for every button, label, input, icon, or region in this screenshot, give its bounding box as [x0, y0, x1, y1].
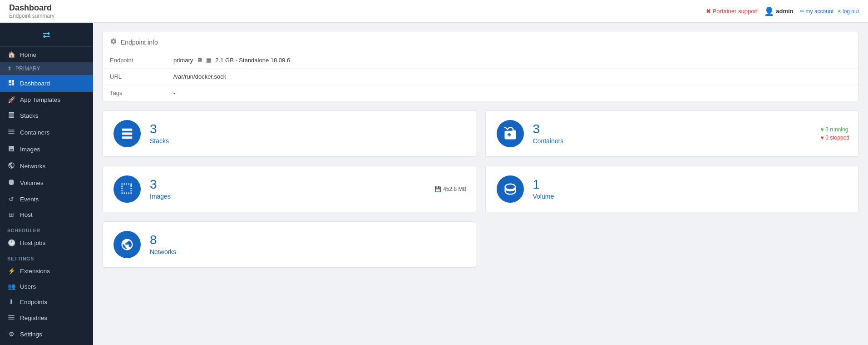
endpoint-info-header: Endpoint info [103, 32, 858, 52]
volumes-count: 1 [533, 178, 554, 191]
sidebar-item-containers[interactable]: Containers [0, 124, 93, 141]
extensions-icon: ⚡ [7, 267, 15, 275]
dashboard-icon [7, 79, 15, 88]
stacks-icon [7, 111, 15, 120]
log-out-link[interactable]: ⎋ log out [838, 8, 859, 15]
stacks-stat-card[interactable]: 3 Stacks [102, 110, 476, 157]
my-account-link[interactable]: ✏ my account [800, 8, 833, 15]
endpoint-value: primary 🖥 ▦ 2.1 GB - Standalone 18.09.6 [173, 57, 851, 64]
sidebar: ⇄ 🏠 Home ⬆ PRIMARY Dashboard 🚀 App Tem [0, 23, 93, 345]
users-icon: 👥 [7, 283, 15, 290]
log-out-icon: ⎋ [838, 8, 841, 15]
networks-icon [7, 162, 15, 170]
admin-links: ✏ my account ⎋ log out [800, 8, 859, 15]
sidebar-item-host[interactable]: ⊞ Host [0, 207, 93, 222]
sidebar-item-settings[interactable]: ⚙ Settings [0, 326, 93, 342]
volumes-label: Volume [533, 193, 554, 200]
images-stat-card[interactable]: 3 Images 💾 452.8 MB [102, 166, 476, 212]
networks-stat-card[interactable]: 8 Networks [102, 221, 476, 268]
heart-red-icon: ♥ [820, 135, 824, 141]
page-title-block: Dashboard Endpoint summary [9, 3, 54, 19]
header-right: ✖ Portainer support 👤 admin ✏ my account… [706, 6, 859, 16]
images-size-badge: 💾 452.8 MB [434, 186, 466, 192]
sidebar-item-home[interactable]: 🏠 Home [0, 47, 93, 62]
registries-icon [7, 314, 15, 322]
stacks-count: 3 [150, 123, 169, 135]
endpoint-row: Endpoint primary 🖥 ▦ 2.1 GB - Standalone… [103, 52, 858, 69]
containers-label: Containers [533, 137, 564, 145]
containers-stat-info: 3 Containers [533, 123, 564, 145]
stats-right: 3 Containers ♥ 3 running ♥ 0 stopped [485, 110, 859, 268]
images-count: 3 [150, 178, 171, 191]
server-icon: 🖥 [197, 57, 202, 64]
sidebar-item-host-jobs[interactable]: 🕐 Host jobs [0, 235, 93, 250]
sidebar-item-users[interactable]: 👥 Users [0, 279, 93, 294]
networks-stat-info: 8 Networks [150, 234, 176, 255]
volumes-icon [7, 179, 15, 187]
sidebar-item-dashboard[interactable]: Dashboard [0, 75, 93, 92]
sidebar-item-volumes[interactable]: Volumes [0, 175, 93, 191]
app-templates-icon: 🚀 [7, 96, 15, 103]
main-content: Endpoint info Endpoint primary 🖥 ▦ 2.1 G… [93, 23, 868, 345]
sidebar-item-extensions[interactable]: ⚡ Extensions [0, 263, 93, 279]
endpoint-badge: ⬆ PRIMARY [0, 62, 93, 75]
stats-left: 3 Stacks 3 Images 💾 452.8 MB [102, 110, 476, 268]
logo-icon: ⇄ [43, 29, 50, 40]
host-icon: ⊞ [7, 211, 15, 218]
containers-badge: ♥ 3 running ♥ 0 stopped [820, 126, 849, 141]
containers-running: ♥ 3 running [820, 126, 849, 133]
tags-row: Tags - [103, 85, 858, 101]
endpoint-info-card: Endpoint info Endpoint primary 🖥 ▦ 2.1 G… [102, 32, 859, 101]
top-header: Dashboard Endpoint summary ✖ Portainer s… [0, 0, 868, 23]
volumes-stat-card[interactable]: 1 Volume [485, 166, 859, 212]
containers-icon-circle [497, 120, 524, 147]
settings-section-label: SETTINGS [0, 250, 93, 263]
sidebar-item-stacks[interactable]: Stacks [0, 107, 93, 124]
images-stat-info: 3 Images [150, 178, 171, 200]
events-icon: ↺ [7, 195, 15, 203]
page-title: Dashboard [9, 3, 54, 13]
stacks-stat-info: 3 Stacks [150, 123, 169, 145]
images-icon-circle [113, 175, 141, 203]
settings-icon: ⚙ [7, 330, 15, 338]
endpoint-info-icon [110, 38, 117, 46]
containers-count: 3 [533, 123, 564, 135]
endpoints-icon: ⬇ [7, 298, 15, 305]
stacks-label: Stacks [150, 137, 169, 145]
sidebar-item-registries[interactable]: Registries [0, 310, 93, 326]
my-account-icon: ✏ [800, 8, 804, 15]
sidebar-logo: ⇄ [0, 23, 93, 47]
networks-label: Networks [150, 248, 176, 255]
support-icon: ✖ [706, 8, 711, 15]
sidebar-item-events[interactable]: ↺ Events [0, 191, 93, 207]
endpoint-info-table: Endpoint primary 🖥 ▦ 2.1 GB - Standalone… [103, 52, 858, 101]
page-subtitle: Endpoint summary [9, 13, 54, 19]
admin-user: 👤 admin [764, 6, 793, 16]
endpoint-active-icon: ⬆ [7, 65, 12, 72]
portainer-support-link[interactable]: ✖ Portainer support [706, 8, 758, 15]
networks-count: 8 [150, 234, 176, 246]
url-row: URL /var/run/docker.sock [103, 69, 858, 85]
containers-stopped: ♥ 0 stopped [820, 135, 849, 141]
networks-icon-circle [113, 231, 141, 258]
containers-icon [7, 128, 15, 137]
sidebar-item-networks[interactable]: Networks [0, 158, 93, 175]
memory-icon: ▦ [206, 57, 212, 64]
images-icon [7, 145, 15, 154]
images-label: Images [150, 193, 171, 200]
volumes-stat-info: 1 Volume [533, 178, 554, 200]
volumes-icon-circle [497, 175, 524, 203]
host-jobs-icon: 🕐 [7, 239, 15, 246]
admin-icon: 👤 [764, 6, 774, 16]
sidebar-item-images[interactable]: Images [0, 141, 93, 158]
sidebar-item-endpoints[interactable]: ⬇ Endpoints [0, 294, 93, 310]
heart-green-icon: ♥ [820, 126, 824, 133]
stats-grid: 3 Stacks 3 Images 💾 452.8 MB [102, 110, 859, 268]
home-icon: 🏠 [7, 51, 15, 58]
stacks-icon-circle [113, 120, 141, 147]
disk-icon: 💾 [434, 186, 441, 192]
sidebar-item-app-templates[interactable]: 🚀 App Templates [0, 92, 93, 107]
containers-stat-card[interactable]: 3 Containers ♥ 3 running ♥ 0 stopped [485, 110, 859, 157]
layout: ⇄ 🏠 Home ⬆ PRIMARY Dashboard 🚀 App Tem [0, 23, 868, 345]
scheduler-section-label: SCHEDULER [0, 222, 93, 235]
